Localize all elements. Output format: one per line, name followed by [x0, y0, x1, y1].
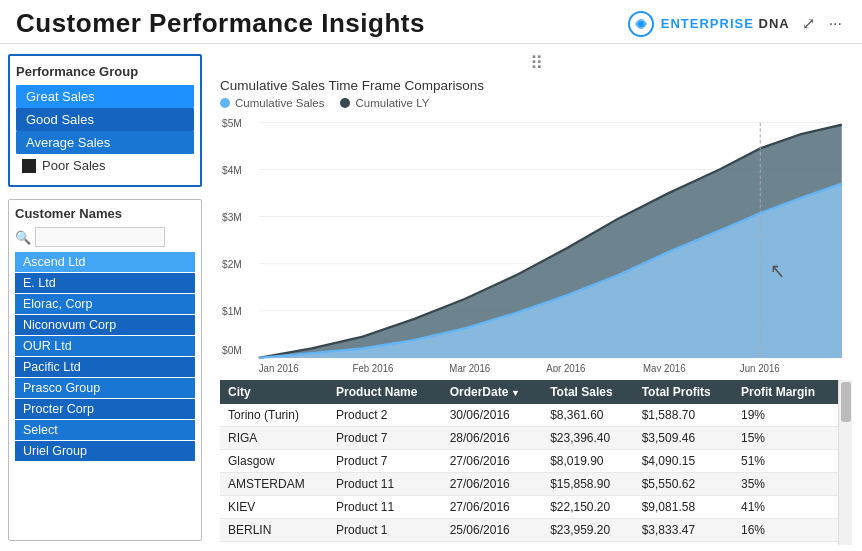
- perf-item-good-sales[interactable]: Good Sales: [16, 108, 194, 131]
- more-options-icon[interactable]: ···: [825, 13, 846, 35]
- customer-item-elorac[interactable]: Elorac, Corp: [15, 294, 195, 314]
- search-icon: 🔍: [15, 230, 31, 245]
- main-container: Customer Performance Insights ENTERPRISE…: [0, 0, 862, 551]
- customer-item-prasco[interactable]: Prasco Group: [15, 378, 195, 398]
- svg-text:↖: ↖: [770, 259, 786, 283]
- table-row[interactable]: KIEVProduct 1127/06/2016$22,150.20$9,081…: [220, 496, 838, 519]
- customer-item-our[interactable]: OUR Ltd: [15, 336, 195, 356]
- customer-item-pacific[interactable]: Pacific Ltd: [15, 357, 195, 377]
- performance-group-box: Performance Group Great Sales Good Sales…: [8, 54, 202, 187]
- header-icons: ⤢ ···: [798, 12, 846, 35]
- customer-item-ascend[interactable]: Ascend Ltd: [15, 252, 195, 272]
- logo-text: ENTERPRISE DNA: [661, 16, 790, 31]
- svg-text:Mar 2016: Mar 2016: [449, 362, 490, 372]
- customer-search-input[interactable]: [35, 227, 165, 247]
- svg-text:Apr 2016: Apr 2016: [546, 362, 585, 372]
- svg-text:Jun 2016: Jun 2016: [740, 362, 780, 372]
- performance-group-label: Performance Group: [16, 64, 194, 79]
- perf-item-average-sales[interactable]: Average Sales: [16, 131, 194, 154]
- table-row[interactable]: GlasgowProduct 727/06/2016$8,019.90$4,09…: [220, 450, 838, 473]
- left-panel: Performance Group Great Sales Good Sales…: [0, 44, 210, 551]
- customer-item-niconovum[interactable]: Niconovum Corp: [15, 315, 195, 335]
- table-row[interactable]: BERLINProduct 125/06/2016$23,959.20$3,83…: [220, 519, 838, 542]
- data-table: City Product Name OrderDate Total Sales …: [220, 380, 838, 545]
- customer-item-eltd[interactable]: E. Ltd: [15, 273, 195, 293]
- right-panel: ⠿ Cumulative Sales Time Frame Comparison…: [210, 44, 862, 551]
- poor-sales-checkbox[interactable]: [22, 159, 36, 173]
- customer-item-select[interactable]: Select: [15, 420, 195, 440]
- table-row[interactable]: AMSTERDAMProduct 1127/06/2016$15,858.90$…: [220, 473, 838, 496]
- col-city[interactable]: City: [220, 380, 328, 404]
- table-inner: City Product Name OrderDate Total Sales …: [220, 380, 838, 545]
- chart-svg: $5M $4M $3M $2M $1M $0M: [220, 113, 852, 372]
- col-product[interactable]: Product Name: [328, 380, 442, 404]
- perf-item-great-sales[interactable]: Great Sales: [16, 85, 194, 108]
- header: Customer Performance Insights ENTERPRISE…: [0, 0, 862, 44]
- top-right-bar: ENTERPRISE DNA ⤢ ···: [627, 10, 846, 38]
- svg-point-1: [638, 21, 644, 27]
- legend-label-sales: Cumulative Sales: [235, 97, 324, 109]
- legend-label-ly: Cumulative LY: [355, 97, 429, 109]
- svg-text:$0M: $0M: [222, 344, 242, 357]
- chart-title: Cumulative Sales Time Frame Comparisons: [220, 78, 852, 93]
- table-row[interactable]: Torino (Turin)Product 230/06/2016$8,361.…: [220, 404, 838, 427]
- col-totalsales[interactable]: Total Sales: [542, 380, 634, 404]
- legend-cumulative-sales: Cumulative Sales: [220, 97, 324, 109]
- expand-icon[interactable]: ⤢: [798, 12, 819, 35]
- page-title: Customer Performance Insights: [16, 8, 425, 39]
- customer-item-uriel[interactable]: Uriel Group: [15, 441, 195, 461]
- table-header: City Product Name OrderDate Total Sales …: [220, 380, 838, 404]
- legend-dot-ly: [340, 98, 350, 108]
- search-row: 🔍: [15, 227, 195, 247]
- svg-text:$1M: $1M: [222, 305, 242, 318]
- table-section: City Product Name OrderDate Total Sales …: [220, 380, 852, 545]
- chart-section: Cumulative Sales Time Frame Comparisons …: [220, 78, 852, 372]
- scrollbar[interactable]: [838, 380, 852, 545]
- col-profits[interactable]: Total Profits: [634, 380, 733, 404]
- svg-text:Feb 2016: Feb 2016: [353, 362, 394, 372]
- col-orderdate[interactable]: OrderDate: [442, 380, 542, 404]
- table-row[interactable]: SOFIAProduct 124/06/2016$9,754.40$1,001.…: [220, 542, 838, 546]
- customer-item-procter[interactable]: Procter Corp: [15, 399, 195, 419]
- table-body: Torino (Turin)Product 230/06/2016$8,361.…: [220, 404, 838, 545]
- logo: ENTERPRISE DNA: [627, 10, 790, 38]
- scrollbar-thumb[interactable]: [841, 382, 851, 422]
- table-wrapper: City Product Name OrderDate Total Sales …: [220, 380, 852, 545]
- svg-text:$5M: $5M: [222, 116, 242, 129]
- col-margin[interactable]: Profit Margin: [733, 380, 838, 404]
- chart-area: $5M $4M $3M $2M $1M $0M: [220, 113, 852, 372]
- perf-item-poor-sales[interactable]: Poor Sales: [16, 154, 194, 177]
- svg-text:Jan 2016: Jan 2016: [259, 362, 299, 372]
- customer-names-box: Customer Names 🔍 Ascend Ltd E. Ltd Elora…: [8, 199, 202, 541]
- logo-icon: [627, 10, 655, 38]
- svg-text:$3M: $3M: [222, 211, 242, 224]
- svg-text:$4M: $4M: [222, 164, 242, 177]
- svg-text:$2M: $2M: [222, 258, 242, 271]
- legend-dot-sales: [220, 98, 230, 108]
- chart-legend: Cumulative Sales Cumulative LY: [220, 97, 852, 109]
- content-area: Performance Group Great Sales Good Sales…: [0, 44, 862, 551]
- drag-handle[interactable]: ⠿: [530, 52, 543, 74]
- table-row[interactable]: RIGAProduct 728/06/2016$23,396.40$3,509.…: [220, 427, 838, 450]
- customer-names-label: Customer Names: [15, 206, 195, 221]
- legend-cumulative-ly: Cumulative LY: [340, 97, 429, 109]
- svg-text:May 2016: May 2016: [643, 362, 686, 372]
- poor-sales-label: Poor Sales: [42, 158, 106, 173]
